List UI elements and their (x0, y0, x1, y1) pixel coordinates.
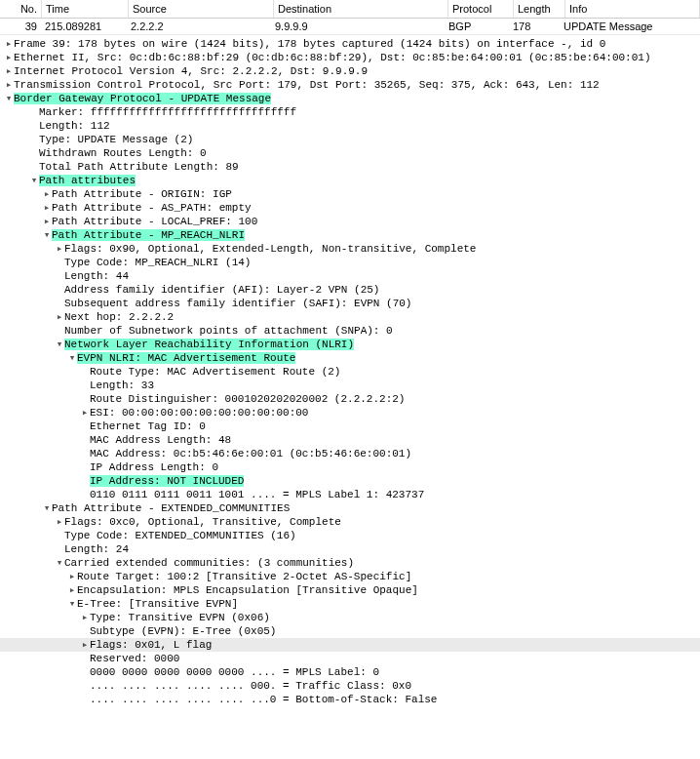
tree-ec-carried[interactable]: ▾Carried extended communities: (3 commun… (0, 556, 700, 570)
tree-pa-localpref[interactable]: ▸Path Attribute - LOCAL_PREF: 100 (0, 215, 700, 228)
tree-evpn-nlri[interactable]: ▾EVPN NLRI: MAC Advertisement Route (0, 351, 700, 365)
tree-route-type[interactable]: Route Type: MAC Advertisement Route (2) (0, 365, 700, 379)
tree-et-tc[interactable]: .... .... .... .... .... 000. = Traffic … (0, 679, 700, 693)
tree-ethernet[interactable]: ▸Ethernet II, Src: 0c:db:6c:88:bf:29 (0c… (0, 51, 700, 64)
tree-et-reserved[interactable]: Reserved: 0000 (0, 652, 700, 665)
tree-bgp[interactable]: ▾Border Gateway Protocol - UPDATE Messag… (0, 92, 700, 105)
expand-icon[interactable]: ▸ (42, 215, 52, 228)
tree-mp-nexthop[interactable]: ▸Next hop: 2.2.2.2 (0, 310, 700, 324)
tree-tcp[interactable]: ▸Transmission Control Protocol, Src Port… (0, 78, 700, 92)
tree-et-subtype[interactable]: Subtype (EVPN): E-Tree (0x05) (0, 624, 700, 638)
expand-icon[interactable]: ▸ (80, 611, 90, 624)
tree-pa-mp[interactable]: ▾Path Attribute - MP_REACH_NLRI (0, 228, 700, 242)
col-info[interactable]: Info (565, 0, 700, 18)
tree-ip[interactable]: ▸Internet Protocol Version 4, Src: 2.2.2… (0, 64, 700, 78)
tree-nlri[interactable]: ▾Network Layer Reachability Information … (0, 338, 700, 351)
tree-et-type[interactable]: ▸Type: Transitive EVPN (0x06) (0, 611, 700, 624)
expand-icon[interactable]: ▸ (4, 64, 14, 78)
tree-route-etag[interactable]: Ethernet Tag ID: 0 (0, 419, 700, 433)
cell-time: 215.089281 (41, 19, 127, 34)
collapse-icon[interactable]: ▾ (42, 228, 52, 242)
col-destination[interactable]: Destination (274, 0, 448, 18)
tree-pa-origin[interactable]: ▸Path Attribute - ORIGIN: IGP (0, 187, 700, 201)
tree-mac-addr[interactable]: MAC Address: 0c:b5:46:6e:00:01 (0c:b5:46… (0, 447, 700, 460)
tree-total-path[interactable]: Total Path Attribute Length: 89 (0, 160, 700, 174)
tree-et-bos[interactable]: .... .... .... .... .... ...0 = Bottom-o… (0, 693, 700, 706)
packet-list-header: No. Time Source Destination Protocol Len… (0, 0, 700, 19)
collapse-icon[interactable]: ▾ (4, 92, 14, 105)
tree-mp-afi[interactable]: Address family identifier (AFI): Layer-2… (0, 283, 700, 297)
tree-marker[interactable]: Marker: ffffffffffffffffffffffffffffffff (0, 105, 700, 119)
collapse-icon[interactable]: ▾ (55, 556, 64, 570)
cell-length: 178 (509, 19, 560, 34)
col-source[interactable]: Source (129, 0, 274, 18)
tree-route-esi[interactable]: ▸ESI: 00:00:00:00:00:00:00:00:00:00 (0, 406, 700, 419)
tree-ec-rt[interactable]: ▸Route Target: 100:2 [Transitive 2-Octet… (0, 570, 700, 583)
tree-mp-safi[interactable]: Subsequent address family identifier (SA… (0, 297, 700, 310)
tree-ec-encap[interactable]: ▸Encapsulation: MPLS Encapsulation [Tran… (0, 583, 700, 597)
tree-mpls-label1[interactable]: 0110 0111 0111 0011 1001 .... = MPLS Lab… (0, 488, 700, 501)
tree-type[interactable]: Type: UPDATE Message (2) (0, 133, 700, 146)
tree-withdrawn[interactable]: Withdrawn Routes Length: 0 (0, 146, 700, 160)
collapse-icon[interactable]: ▾ (55, 338, 64, 351)
expand-icon[interactable]: ▸ (80, 638, 90, 652)
tree-route-rd[interactable]: Route Distinguisher: 0001020202020002 (2… (0, 392, 700, 406)
tree-pa-extcomm[interactable]: ▾Path Attribute - EXTENDED_COMMUNITIES (0, 501, 700, 515)
tree-length[interactable]: Length: 112 (0, 119, 700, 133)
cell-no: 39 (0, 19, 41, 34)
expand-icon[interactable]: ▸ (80, 406, 90, 419)
expand-icon[interactable]: ▸ (67, 570, 77, 583)
col-protocol[interactable]: Protocol (448, 0, 514, 18)
packet-details-tree: ▸Frame 39: 178 bytes on wire (1424 bits)… (0, 35, 700, 706)
collapse-icon[interactable]: ▾ (42, 501, 52, 515)
expand-icon[interactable]: ▸ (55, 515, 64, 529)
tree-mp-len[interactable]: Length: 44 (0, 269, 700, 283)
tree-ec-flags[interactable]: ▸Flags: 0xc0, Optional, Transitive, Comp… (0, 515, 700, 529)
cell-destination: 9.9.9.9 (271, 19, 445, 34)
expand-icon[interactable]: ▸ (42, 201, 52, 215)
tree-pa-aspath[interactable]: ▸Path Attribute - AS_PATH: empty (0, 201, 700, 215)
expand-icon[interactable]: ▸ (67, 583, 77, 597)
expand-icon[interactable]: ▸ (55, 242, 64, 256)
tree-et-flags[interactable]: ▸Flags: 0x01, L flag (0, 638, 700, 652)
tree-mac-len[interactable]: MAC Address Length: 48 (0, 433, 700, 447)
tree-ec-etree[interactable]: ▾E-Tree: [Transitive EVPN] (0, 597, 700, 611)
col-time[interactable]: Time (42, 0, 129, 18)
cell-info: UPDATE Message (560, 19, 700, 34)
tree-ip-addr[interactable]: IP Address: NOT INCLUDED (0, 474, 700, 488)
tree-ip-len[interactable]: IP Address Length: 0 (0, 460, 700, 474)
expand-icon[interactable]: ▸ (55, 310, 64, 324)
tree-et-mpls[interactable]: 0000 0000 0000 0000 0000 .... = MPLS Lab… (0, 665, 700, 679)
tree-ec-len[interactable]: Length: 24 (0, 542, 700, 556)
expand-icon[interactable]: ▸ (42, 187, 52, 201)
cell-protocol: BGP (445, 19, 509, 34)
tree-mp-snpa[interactable]: Number of Subnetwork points of attachmen… (0, 324, 700, 338)
tree-mp-typecode[interactable]: Type Code: MP_REACH_NLRI (14) (0, 256, 700, 269)
collapse-icon[interactable]: ▾ (29, 174, 39, 187)
col-no[interactable]: No. (0, 0, 42, 18)
tree-frame[interactable]: ▸Frame 39: 178 bytes on wire (1424 bits)… (0, 37, 700, 51)
tree-route-len[interactable]: Length: 33 (0, 379, 700, 392)
expand-icon[interactable]: ▸ (4, 51, 14, 64)
cell-source: 2.2.2.2 (127, 19, 271, 34)
expand-icon[interactable]: ▸ (4, 37, 14, 51)
tree-path-attrs[interactable]: ▾Path attributes (0, 174, 700, 187)
tree-ec-typecode[interactable]: Type Code: EXTENDED_COMMUNITIES (16) (0, 529, 700, 542)
collapse-icon[interactable]: ▾ (67, 351, 77, 365)
collapse-icon[interactable]: ▾ (67, 597, 77, 611)
col-length[interactable]: Length (514, 0, 565, 18)
tree-mp-flags[interactable]: ▸Flags: 0x90, Optional, Extended-Length,… (0, 242, 700, 256)
expand-icon[interactable]: ▸ (4, 78, 14, 92)
packet-row[interactable]: 39 215.089281 2.2.2.2 9.9.9.9 BGP 178 UP… (0, 19, 700, 35)
